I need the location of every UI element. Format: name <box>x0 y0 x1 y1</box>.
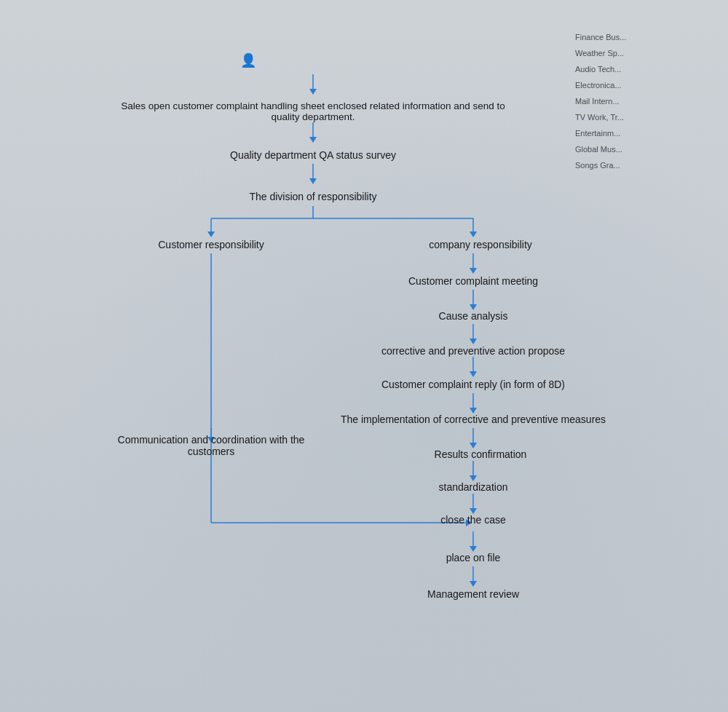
right3-node: Cause analysis <box>422 310 524 322</box>
svg-marker-13 <box>470 268 477 274</box>
step2-node: Quality department QA status survey <box>211 149 415 161</box>
svg-marker-1 <box>309 89 317 95</box>
merge1-node: close the case <box>415 514 531 526</box>
svg-marker-23 <box>470 443 477 448</box>
title-node: 👤 <box>240 52 261 68</box>
svg-marker-15 <box>470 304 477 310</box>
svg-marker-9 <box>207 232 215 237</box>
svg-marker-21 <box>470 408 477 414</box>
person-icon: 👤 <box>240 52 256 68</box>
right-panel: Finance Bus... Weather Sp... Audio Tech.… <box>575 22 677 173</box>
right8-node: standardization <box>422 481 524 493</box>
right1-node: company responsibility <box>408 239 553 250</box>
left1-node: Customer responsibility <box>124 239 298 250</box>
right2-node: Customer complaint meeting <box>393 275 553 287</box>
svg-marker-36 <box>470 581 477 587</box>
svg-marker-34 <box>470 546 477 552</box>
final2-node: Management review <box>408 588 539 600</box>
right7-node: Results confirmation <box>408 448 553 460</box>
right5-node: Customer complaint reply (in form of 8D) <box>371 379 575 390</box>
svg-marker-11 <box>470 232 477 237</box>
svg-marker-17 <box>470 339 477 344</box>
svg-marker-27 <box>470 508 477 514</box>
svg-marker-3 <box>309 137 317 143</box>
left2-node: Communication and coordination with the … <box>109 434 313 457</box>
main-content: Finance Bus... Weather Sp... Audio Tech.… <box>0 0 728 712</box>
right6-node: The implementation of corrective and pre… <box>335 414 612 425</box>
step3-node: The division of responsibility <box>226 191 400 202</box>
final1-node: place on file <box>422 552 524 563</box>
svg-marker-5 <box>309 178 317 184</box>
svg-marker-19 <box>470 371 477 377</box>
right4-node: corrective and preventive action propose <box>364 345 582 357</box>
step1-node: Sales open customer complaint handling s… <box>109 100 517 122</box>
svg-marker-25 <box>470 475 477 481</box>
